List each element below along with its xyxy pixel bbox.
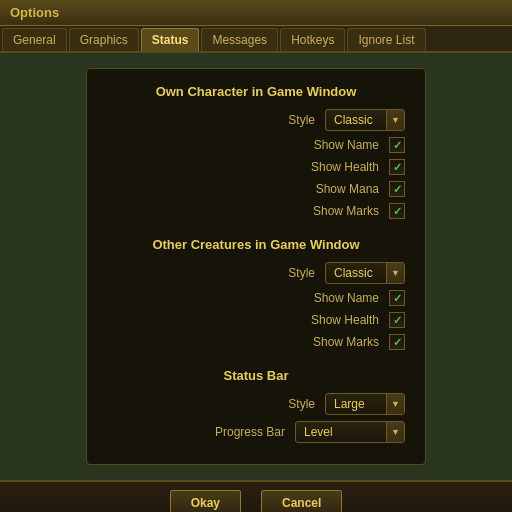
own-show-mana-label: Show Mana [289,182,379,196]
own-show-name-row: Show Name [107,137,405,153]
other-show-name-label: Show Name [289,291,379,305]
title-bar: Options [0,0,512,26]
progress-bar-row: Progress Bar Level ▼ [107,421,405,443]
okay-button[interactable]: Okay [170,490,241,512]
other-show-name-row: Show Name [107,290,405,306]
options-window: Options General Graphics Status Messages… [0,0,512,512]
own-style-arrow: ▼ [386,109,404,131]
progress-bar-arrow: ▼ [386,421,404,443]
tab-messages[interactable]: Messages [201,28,278,51]
other-style-row: Style Classic ▼ [107,262,405,284]
other-style-label: Style [225,266,315,280]
bottom-bar: Okay Cancel [0,480,512,512]
content-area: Own Character in Game Window Style Class… [0,53,512,480]
other-style-dropdown[interactable]: Classic ▼ [325,262,405,284]
progress-bar-value: Level [296,425,386,439]
other-show-health-checkbox[interactable] [389,312,405,328]
own-style-label: Style [225,113,315,127]
tab-ignore-list[interactable]: Ignore List [347,28,425,51]
own-show-health-label: Show Health [289,160,379,174]
tab-bar: General Graphics Status Messages Hotkeys… [0,26,512,53]
own-show-mana-row: Show Mana [107,181,405,197]
progress-bar-label: Progress Bar [195,425,285,439]
window-title: Options [10,5,59,20]
own-show-name-checkbox[interactable] [389,137,405,153]
tab-status[interactable]: Status [141,28,200,51]
status-style-value: Large [326,397,386,411]
status-style-dropdown[interactable]: Large ▼ [325,393,405,415]
tab-general[interactable]: General [2,28,67,51]
own-show-marks-row: Show Marks [107,203,405,219]
other-show-marks-checkbox[interactable] [389,334,405,350]
own-style-dropdown[interactable]: Classic ▼ [325,109,405,131]
other-style-arrow: ▼ [386,262,404,284]
settings-panel: Own Character in Game Window Style Class… [86,68,426,465]
other-show-marks-label: Show Marks [289,335,379,349]
status-style-label: Style [225,397,315,411]
cancel-button[interactable]: Cancel [261,490,342,512]
status-style-arrow: ▼ [386,393,404,415]
other-show-name-checkbox[interactable] [389,290,405,306]
tab-hotkeys[interactable]: Hotkeys [280,28,345,51]
progress-bar-dropdown[interactable]: Level ▼ [295,421,405,443]
own-show-name-label: Show Name [289,138,379,152]
tab-graphics[interactable]: Graphics [69,28,139,51]
own-show-health-checkbox[interactable] [389,159,405,175]
own-character-title: Own Character in Game Window [107,84,405,99]
own-show-marks-label: Show Marks [289,204,379,218]
other-creatures-title: Other Creatures in Game Window [107,237,405,252]
own-show-marks-checkbox[interactable] [389,203,405,219]
own-show-health-row: Show Health [107,159,405,175]
other-style-value: Classic [326,266,386,280]
status-bar-title: Status Bar [107,368,405,383]
own-show-mana-checkbox[interactable] [389,181,405,197]
other-show-health-label: Show Health [289,313,379,327]
status-style-row: Style Large ▼ [107,393,405,415]
other-show-health-row: Show Health [107,312,405,328]
own-style-value: Classic [326,113,386,127]
other-show-marks-row: Show Marks [107,334,405,350]
own-style-row: Style Classic ▼ [107,109,405,131]
